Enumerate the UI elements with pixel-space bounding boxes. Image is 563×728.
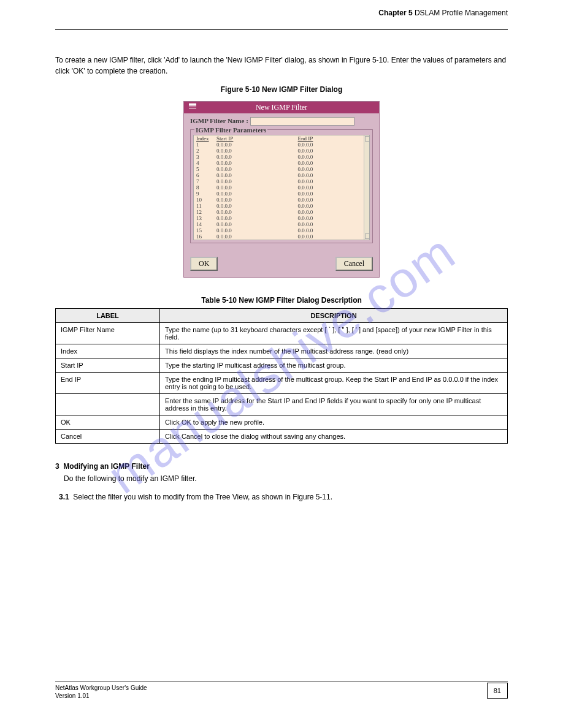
filter-params-list[interactable]: Index Start IP End IP 10.0.0.00.0.0.020.…: [193, 135, 370, 240]
cell-start-ip: 0.0.0.0: [214, 160, 295, 166]
cell-desc: Type the name (up to 31 keyboard charact…: [160, 323, 508, 344]
cell-start-ip: 0.0.0.0: [214, 240, 295, 240]
params-row[interactable]: 110.0.0.00.0.0.0: [194, 203, 363, 209]
params-row[interactable]: 50.0.0.00.0.0.0: [194, 166, 363, 172]
dialog-title: New IGMP Filter: [256, 103, 307, 112]
table-row: IGMP Filter NameType the name (up to 31 …: [56, 323, 508, 344]
cell-start-ip: 0.0.0.0: [214, 215, 295, 221]
footer-version: Version 1.01: [55, 692, 147, 700]
table-caption: Table 5-10 New IGMP Filter Dialog Descri…: [55, 296, 508, 305]
cell-end-ip: 0.0.0.0: [296, 227, 363, 233]
params-row[interactable]: 160.0.0.00.0.0.0: [194, 233, 363, 240]
cell-index: 15: [194, 227, 214, 233]
cell-start-ip: 0.0.0.0: [214, 209, 295, 215]
params-row[interactable]: 90.0.0.00.0.0.0: [194, 191, 363, 197]
step3-body: Do the following to modify an IGMP filte…: [64, 473, 508, 484]
params-row[interactable]: 10.0.0.00.0.0.0: [194, 142, 363, 148]
cell-end-ip: 0.0.0.0: [296, 191, 363, 197]
params-row[interactable]: 150.0.0.00.0.0.0: [194, 227, 363, 233]
cell-end-ip: 0.0.0.0: [296, 142, 363, 148]
cell-index: 14: [194, 221, 214, 227]
cell-label: OK: [56, 415, 160, 430]
cell-start-ip: 0.0.0.0: [214, 221, 295, 227]
cell-index: 7: [194, 178, 214, 184]
cell-end-ip: 0.0.0.0: [296, 233, 363, 240]
cell-desc: Click Cancel to close the dialog without…: [160, 430, 508, 444]
cell-start-ip: 0.0.0.0: [214, 166, 295, 172]
params-row[interactable]: 20.0.0.00.0.0.0: [194, 148, 363, 154]
cell-start-ip: 0.0.0.0: [214, 233, 295, 240]
chapter-title: DSLAM Profile Management: [415, 9, 508, 17]
table-row: End IPType the ending IP multicast addre…: [56, 373, 508, 394]
col-index: Index: [194, 135, 214, 142]
params-row[interactable]: 140.0.0.00.0.0.0: [194, 221, 363, 227]
cell-label: IGMP Filter Name: [56, 323, 160, 344]
cell-end-ip: 0.0.0.0: [296, 172, 363, 178]
cell-start-ip: 0.0.0.0: [214, 154, 295, 160]
cell-end-ip: 0.0.0.0: [296, 209, 363, 215]
col-start-ip: Start IP: [214, 135, 295, 142]
cell-end-ip: 0.0.0.0: [296, 184, 363, 191]
cell-index: 10: [194, 197, 214, 203]
page-footer: NetAtlas Workgroup User's Guide Version …: [55, 681, 508, 700]
cell-desc: This field displays the index number of …: [160, 344, 508, 358]
filter-params-fieldset: IGMP Filter Parameters Index Start IP En…: [190, 129, 373, 243]
cell-start-ip: 0.0.0.0: [214, 191, 295, 197]
cell-index: 11: [194, 203, 214, 209]
cell-start-ip: 0.0.0.0: [214, 172, 295, 178]
th-label: LABEL: [56, 309, 160, 323]
cell-start-ip: 0.0.0.0: [214, 203, 295, 209]
dialog-titlebar: New IGMP Filter: [184, 102, 379, 113]
figure-caption: Figure 5-10 New IGMP Filter Dialog: [55, 85, 508, 94]
step3-sub: 3.1 Select the filter you wish to modify…: [59, 493, 508, 501]
table-row: Enter the same IP address for the Start …: [56, 394, 508, 415]
params-table: LABEL DESCRIPTION IGMP Filter NameType t…: [55, 308, 508, 444]
cell-index: 4: [194, 160, 214, 166]
intro-paragraph: To create a new IGMP filter, click 'Add'…: [55, 55, 508, 77]
cell-label: Index: [56, 344, 160, 358]
params-row[interactable]: 120.0.0.00.0.0.0: [194, 209, 363, 215]
cell-end-ip: 0.0.0.0: [296, 240, 363, 240]
ok-button[interactable]: OK: [190, 257, 218, 271]
cell-end-ip: 0.0.0.0: [296, 154, 363, 160]
table-row: IndexThis field displays the index numbe…: [56, 344, 508, 358]
cell-end-ip: 0.0.0.0: [296, 197, 363, 203]
params-row[interactable]: 80.0.0.00.0.0.0: [194, 184, 363, 191]
cell-start-ip: 0.0.0.0: [214, 227, 295, 233]
table-row: OKClick OK to apply the new profile.: [56, 415, 508, 430]
params-row[interactable]: 100.0.0.00.0.0.0: [194, 197, 363, 203]
params-row[interactable]: 40.0.0.00.0.0.0: [194, 160, 363, 166]
cell-index: 17: [194, 240, 214, 240]
cell-desc: Click OK to apply the new profile.: [160, 415, 508, 430]
page-header: Chapter 5 DSLAM Profile Management: [55, 9, 508, 17]
cell-end-ip: 0.0.0.0: [296, 203, 363, 209]
params-row[interactable]: 130.0.0.00.0.0.0: [194, 215, 363, 221]
cell-start-ip: 0.0.0.0: [214, 197, 295, 203]
cell-index: 5: [194, 166, 214, 172]
params-row[interactable]: 170.0.0.00.0.0.0: [194, 240, 363, 240]
table-row: CancelClick Cancel to close the dialog w…: [56, 430, 508, 444]
cell-label: Cancel: [56, 430, 160, 444]
params-row[interactable]: 60.0.0.00.0.0.0: [194, 172, 363, 178]
cell-index: 6: [194, 172, 214, 178]
page-number: 81: [487, 683, 508, 699]
cell-end-ip: 0.0.0.0: [296, 221, 363, 227]
scrollbar[interactable]: [364, 135, 369, 240]
params-row[interactable]: 30.0.0.00.0.0.0: [194, 154, 363, 160]
step3-heading: 3 Modifying an IGMP Filter: [55, 462, 508, 471]
params-row[interactable]: 70.0.0.00.0.0.0: [194, 178, 363, 184]
cell-label: Start IP: [56, 358, 160, 373]
cell-end-ip: 0.0.0.0: [296, 148, 363, 154]
cell-start-ip: 0.0.0.0: [214, 178, 295, 184]
cell-end-ip: 0.0.0.0: [296, 160, 363, 166]
cancel-button[interactable]: Cancel: [335, 257, 373, 271]
window-menu-icon[interactable]: [189, 103, 196, 109]
table-row: Start IPType the starting IP multicast a…: [56, 358, 508, 373]
params-header-row: Index Start IP End IP: [194, 135, 363, 142]
cell-end-ip: 0.0.0.0: [296, 178, 363, 184]
chapter-label: Chapter 5: [378, 9, 412, 17]
cell-index: 8: [194, 184, 214, 191]
filter-name-input[interactable]: [250, 117, 354, 126]
filter-name-label: IGMP Filter Name :: [190, 117, 248, 124]
col-end-ip: End IP: [296, 135, 363, 142]
